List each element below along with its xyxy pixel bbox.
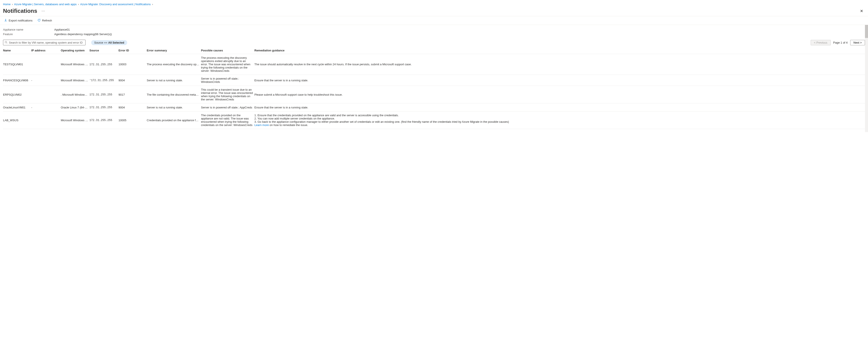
cell-ip [31, 111, 61, 129]
table-row[interactable]: LAB_WSUSMicrosoft Windows …172.31.255.25… [3, 111, 865, 129]
source-filter-pill[interactable]: Source == All Selected [91, 40, 127, 45]
col-sum[interactable]: Error summary [147, 47, 201, 54]
cell-error-id: 10005 [119, 111, 147, 129]
cell-cause: The credentials provided on the applianc… [201, 111, 254, 129]
search-input[interactable] [8, 41, 84, 44]
col-src[interactable]: Source [89, 47, 119, 54]
col-name[interactable]: Name [3, 47, 31, 54]
cell-ip: - [31, 103, 61, 111]
appliance-name-value: Appliance01 [54, 28, 70, 31]
close-icon[interactable]: ✕ [858, 8, 865, 14]
chevron-right-icon: › [78, 3, 79, 6]
export-notifications-label: Export notifications [9, 19, 33, 22]
pill-key: Source [94, 41, 103, 44]
download-icon [4, 19, 7, 23]
cell-summary: Server is not a running state. [147, 103, 201, 111]
cell-os: . Microsoft Windows … [61, 86, 89, 103]
filter-row: Source == All Selected < Previous Page 1… [3, 40, 865, 45]
cell-name: TESTSQLVM01 [3, 54, 31, 75]
col-ip[interactable]: IP address [31, 47, 61, 54]
feature-label: Feature [3, 33, 54, 36]
breadcrumb-item-1[interactable]: Azure Migrate | Servers, databases and w… [14, 3, 76, 6]
chevron-right-icon: › [12, 3, 13, 6]
toolbar: Export notifications Refresh [0, 16, 868, 25]
cell-source: 172.31.255.255 [89, 86, 119, 103]
cell-source: 172.31.255.255 [89, 103, 119, 111]
cell-remediation: 1. Ensure that the credentials provided … [254, 111, 865, 129]
search-icon [5, 41, 8, 44]
svg-point-0 [5, 41, 7, 43]
cell-error-id: 9017 [119, 86, 147, 103]
cell-summary: Credentials provided on the appliance fo… [147, 111, 201, 129]
scrollbar[interactable] [865, 25, 868, 132]
notifications-table: Name IP address Operating system Source … [3, 47, 865, 129]
page-title: Notifications [3, 8, 37, 14]
cell-os: Oracle Linux 7 (64-bit) [61, 103, 89, 111]
table-row[interactable]: TESTSQLVM01Microsoft Windows …172.31.255… [3, 54, 865, 75]
more-icon[interactable]: ⋯ [41, 9, 45, 13]
col-rem[interactable]: Remediation guidance [254, 47, 865, 54]
cell-remediation: Ensure that the server is in a running s… [254, 75, 865, 86]
col-cause[interactable]: Possible causes [201, 47, 254, 54]
cell-cause: The process executing the discovery oper… [201, 54, 254, 75]
cell-source: 172.31.255.255 [89, 111, 119, 129]
cell-cause: Server is in powered off state.: Windows… [201, 75, 254, 86]
chevron-right-icon: › [152, 3, 153, 6]
cell-error-id: 9004 [119, 75, 147, 86]
cell-name: ERPSQLVM02 [3, 86, 31, 103]
refresh-button[interactable]: Refresh [37, 19, 52, 23]
previous-button[interactable]: < Previous [811, 40, 831, 45]
refresh-icon [37, 19, 41, 23]
table-row[interactable]: ERPSQLVM02. Microsoft Windows …172.31.25… [3, 86, 865, 103]
pill-value: All Selected [108, 41, 124, 44]
cell-error-id: 9004 [119, 103, 147, 111]
pill-op: == [104, 41, 107, 44]
scroll-thumb[interactable] [865, 25, 868, 38]
feature-value: Agentless dependency mapping(66 Server(s… [54, 33, 112, 36]
cell-summary: Server is not a running state. [147, 75, 201, 86]
pager: < Previous Page 1 of 4 Next > [811, 40, 865, 45]
cell-summary: The process executing the discovery oper… [147, 54, 201, 75]
search-box[interactable] [3, 40, 86, 45]
table-row[interactable]: FINANCESQLVM06-Microsoft Windows …'172.3… [3, 75, 865, 86]
table-header-row: Name IP address Operating system Source … [3, 47, 865, 54]
breadcrumb: Home › Azure Migrate | Servers, database… [0, 0, 868, 7]
meta-table: Appliance name Appliance01 Feature Agent… [3, 28, 865, 36]
cell-name: OracleLinuxVM01 [3, 103, 31, 111]
cell-os: Microsoft Windows … [61, 54, 89, 75]
table-row[interactable]: OracleLinuxVM01-Oracle Linux 7 (64-bit)1… [3, 103, 865, 111]
cell-name: LAB_WSUS [3, 111, 31, 129]
cell-summary: The file containing the discovered metad… [147, 86, 201, 103]
cell-name: FINANCESQLVM06 [3, 75, 31, 86]
content: Appliance name Appliance01 Feature Agent… [0, 25, 868, 132]
breadcrumb-item-2[interactable]: Azure Migrate: Discovery and assessment … [80, 3, 151, 6]
cell-remediation: The issue should automatically resolve i… [254, 54, 865, 75]
cell-os: Microsoft Windows … [61, 111, 89, 129]
pager-label: Page 1 of 4 [833, 41, 848, 44]
refresh-label: Refresh [42, 19, 52, 22]
cell-ip: - [31, 75, 61, 86]
cell-error-id: 10003 [119, 54, 147, 75]
col-os[interactable]: Operating system [61, 47, 89, 54]
export-notifications-button[interactable]: Export notifications [4, 19, 33, 23]
cell-ip [31, 86, 61, 103]
next-button[interactable]: Next > [850, 40, 865, 45]
col-err[interactable]: Error ID [119, 47, 147, 54]
breadcrumb-home[interactable]: Home [3, 3, 11, 6]
cell-source: 172.31.255.255 [89, 54, 119, 75]
appliance-name-label: Appliance name [3, 28, 54, 31]
cell-remediation: Please submit a Microsoft support case t… [254, 86, 865, 103]
title-row: Notifications ⋯ ✕ [0, 7, 868, 16]
cell-os: Microsoft Windows … [61, 75, 89, 86]
cell-cause: This could be a transient issue due to a… [201, 86, 254, 103]
cell-source: '172.31.255.255 [89, 75, 119, 86]
learn-more-link[interactable]: Learn more [254, 123, 269, 127]
cell-remediation: Ensure that the server is in a running s… [254, 103, 865, 111]
cell-cause: Server is in powered off state.: AppCred… [201, 103, 254, 111]
cell-ip [31, 54, 61, 75]
